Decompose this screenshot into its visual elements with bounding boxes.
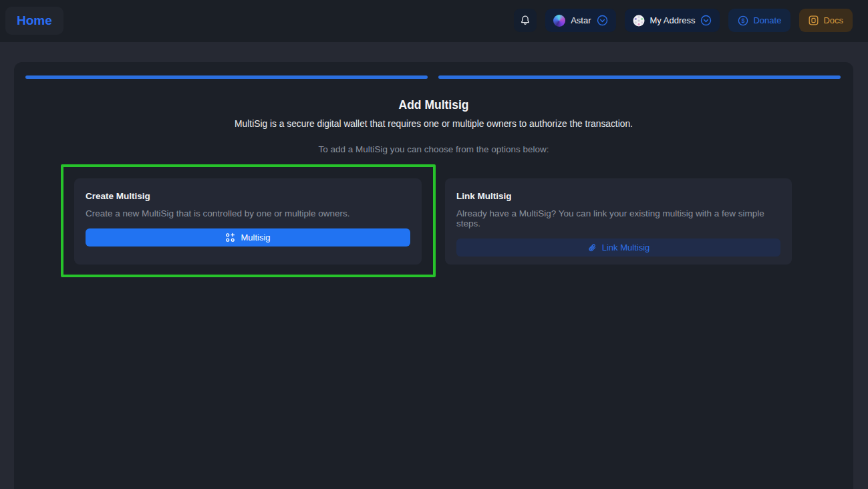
header-actions: Astar My — [514, 9, 853, 32]
step-bar-2 — [438, 75, 841, 79]
link-multisig-button-label: Link Multisig — [602, 242, 650, 253]
add-multisig-icon — [225, 232, 235, 242]
donate-button[interactable]: $ Donate — [728, 9, 790, 32]
paperclip-icon — [587, 243, 597, 253]
my-address-button[interactable]: My Address — [625, 9, 720, 32]
astar-network-icon — [553, 15, 565, 27]
create-multisig-button[interactable]: Multisig — [86, 228, 410, 247]
add-multisig-panel: Add Multisig MultiSig is a secure digita… — [14, 62, 853, 489]
wizard-step-indicator — [25, 75, 841, 79]
address-identicon — [633, 15, 645, 27]
page-subtitle: MultiSig is a secure digital wallet that… — [14, 119, 853, 129]
step-bar-1 — [25, 75, 428, 79]
svg-text:$: $ — [742, 17, 745, 24]
link-multisig-title: Link Multisig — [456, 191, 780, 201]
docs-label: Docs — [823, 15, 843, 25]
create-multisig-button-label: Multisig — [241, 232, 270, 242]
options-hint: To add a MultiSig you can choose from th… — [14, 144, 853, 154]
home-button[interactable]: Home — [5, 7, 63, 35]
chevron-down-icon — [597, 15, 608, 26]
docs-icon — [809, 15, 819, 25]
link-multisig-button[interactable]: Link Multisig — [456, 238, 780, 257]
my-address-label: My Address — [650, 15, 696, 25]
create-multisig-card: Create Multisig Create a new MultiSig th… — [74, 178, 422, 265]
chevron-down-icon — [700, 15, 712, 26]
create-multisig-title: Create Multisig — [86, 191, 410, 201]
page-title: Add Multisig — [14, 98, 853, 112]
docs-button[interactable]: Docs — [799, 9, 853, 32]
link-multisig-card: Link Multisig Already have a MultiSig? Y… — [445, 178, 792, 265]
dollar-circle-icon: $ — [738, 15, 748, 26]
notifications-button[interactable] — [514, 9, 537, 32]
app-header: Home Astar — [0, 0, 868, 42]
network-selector-button[interactable]: Astar — [545, 9, 615, 32]
create-multisig-description: Create a new MultiSig that is controlled… — [86, 208, 410, 218]
bell-icon — [520, 15, 531, 26]
link-multisig-description: Already have a MultiSig? You can link yo… — [456, 208, 780, 228]
donate-label: Donate — [753, 15, 781, 25]
network-selector-label: Astar — [571, 15, 591, 25]
